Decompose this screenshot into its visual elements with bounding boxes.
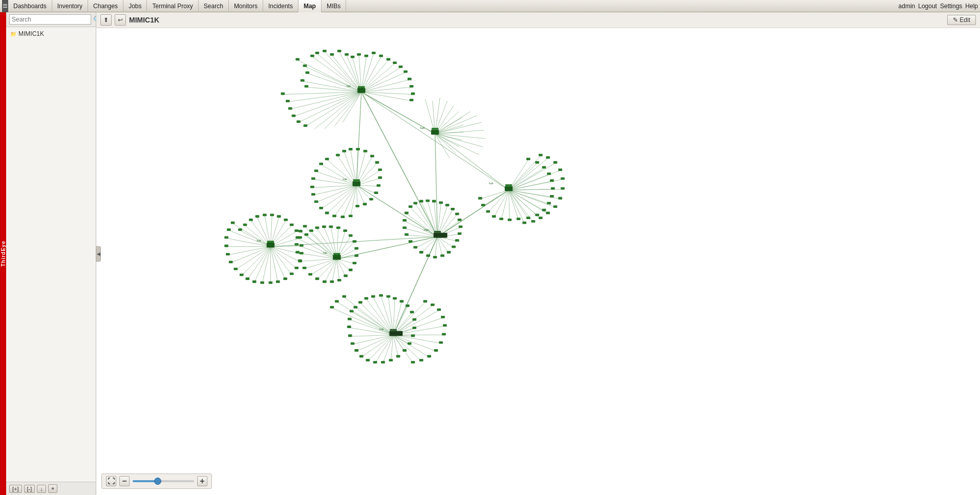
svg-rect-437	[311, 193, 315, 196]
edit-icon: ✎	[953, 16, 958, 24]
map-forward-button[interactable]: ↩	[115, 14, 126, 26]
svg-rect-396	[366, 359, 370, 361]
svg-rect-293	[535, 161, 539, 164]
search-input[interactable]	[9, 14, 91, 25]
sidebar-bottom-button[interactable]: ⌖	[48, 484, 57, 493]
svg-rect-249	[505, 184, 512, 186]
svg-rect-464	[298, 260, 302, 262]
help-button[interactable]: Help	[965, 3, 978, 10]
svg-rect-311	[546, 156, 550, 159]
svg-rect-353	[233, 268, 238, 270]
sidebar-bottom-button[interactable]: [-]	[24, 485, 35, 493]
nav-item-changes[interactable]: Changes	[88, 0, 123, 12]
svg-rect-336	[447, 251, 451, 253]
svg-rect-373	[255, 215, 260, 218]
svg-rect-433	[319, 163, 323, 165]
nav-items: DashboardsInventoryChangesJobsTerminal P…	[8, 0, 346, 12]
zoom-out-button[interactable]: −	[119, 476, 130, 486]
svg-rect-374	[249, 219, 253, 221]
zoom-controls: ⛶ − +	[101, 474, 212, 489]
svg-rect-263	[310, 55, 314, 57]
svg-rect-351	[226, 253, 230, 255]
svg-rect-345	[402, 219, 407, 222]
svg-rect-275	[365, 55, 369, 57]
svg-rect-451	[349, 234, 353, 237]
svg-text:hub: hub	[323, 252, 327, 254]
svg-rect-317	[553, 205, 558, 208]
svg-rect-430	[363, 203, 367, 205]
svg-rect-422	[364, 150, 368, 153]
user-actions: admin Logout Settings Help	[899, 3, 978, 10]
svg-rect-395	[373, 361, 377, 363]
nav-item-search[interactable]: Search	[199, 0, 229, 12]
svg-rect-403	[350, 310, 354, 312]
svg-rect-411	[443, 324, 447, 327]
svg-rect-377	[353, 306, 357, 309]
nav-item-incidents[interactable]: Incidents	[263, 0, 299, 12]
svg-rect-413	[439, 341, 443, 344]
svg-rect-285	[410, 99, 414, 101]
svg-rect-321	[522, 222, 526, 224]
svg-rect-448	[329, 225, 333, 228]
edit-button[interactable]: ✎ Edit	[947, 15, 976, 25]
svg-rect-295	[547, 173, 551, 175]
nav-item-map[interactable]: Map	[299, 0, 322, 12]
tree-icon: 📁	[10, 31, 16, 37]
sidebar-bottom-button[interactable]: [+]	[9, 485, 22, 493]
nav-item-jobs[interactable]: Jobs	[123, 0, 147, 12]
svg-text:hub: hub	[379, 328, 384, 331]
svg-rect-440	[325, 212, 329, 214]
zoom-in-button[interactable]: +	[197, 476, 207, 486]
network-canvas[interactable]: hub hub hub hub main hub hub hub	[96, 28, 980, 470]
settings-button[interactable]: Settings	[940, 3, 962, 10]
svg-rect-255	[267, 243, 274, 248]
svg-rect-258	[333, 253, 340, 255]
nav-item-dashboards[interactable]: Dashboards	[8, 0, 52, 12]
nav-item-inventory[interactable]: Inventory	[52, 0, 88, 12]
svg-rect-445	[309, 229, 313, 232]
svg-text:main: main	[424, 229, 430, 231]
svg-rect-388	[413, 327, 417, 329]
svg-rect-425	[378, 168, 382, 171]
tree-item[interactable]: 📁MIMIC1K	[8, 29, 94, 38]
fullscreen-button[interactable]: ⛶	[106, 476, 116, 486]
sidebar-collapse-toggle[interactable]: ◀	[96, 246, 101, 262]
svg-rect-318	[546, 212, 550, 214]
svg-rect-254	[439, 233, 447, 238]
hamburger-menu[interactable]	[2, 0, 8, 12]
svg-rect-398	[354, 349, 358, 352]
svg-rect-244	[357, 88, 365, 93]
svg-rect-342	[409, 240, 413, 243]
svg-rect-379	[365, 297, 369, 299]
svg-rect-270	[330, 53, 334, 56]
map-back-button[interactable]: ⬆	[100, 14, 112, 26]
svg-rect-288	[288, 107, 292, 110]
svg-rect-397	[359, 355, 364, 358]
svg-rect-245	[358, 86, 365, 88]
svg-rect-400	[348, 334, 352, 337]
nav-item-monitors[interactable]: Monitors	[229, 0, 263, 12]
svg-rect-359	[276, 281, 280, 283]
nav-item-mibs[interactable]: MIBs	[322, 0, 346, 12]
svg-rect-378	[358, 301, 363, 304]
svg-rect-328	[445, 204, 450, 206]
svg-rect-460	[323, 281, 327, 283]
svg-rect-462	[308, 273, 312, 275]
svg-rect-458	[337, 279, 342, 282]
svg-rect-417	[411, 361, 415, 363]
svg-rect-439	[319, 207, 323, 209]
svg-rect-322	[409, 205, 413, 208]
svg-rect-352	[229, 261, 233, 264]
svg-rect-368	[290, 224, 294, 226]
svg-rect-294	[542, 166, 546, 168]
svg-rect-420	[349, 148, 353, 150]
nav-item-terminal-proxy[interactable]: Terminal Proxy	[147, 0, 198, 12]
svg-text:hub: hub	[489, 182, 493, 185]
zoom-slider[interactable]	[133, 480, 194, 482]
svg-rect-418	[336, 154, 340, 156]
svg-rect-387	[413, 318, 417, 321]
svg-rect-355	[246, 277, 250, 280]
svg-rect-313	[558, 168, 562, 171]
logout-button[interactable]: Logout	[918, 3, 937, 10]
sidebar-bottom-button[interactable]: ↓	[37, 485, 46, 493]
